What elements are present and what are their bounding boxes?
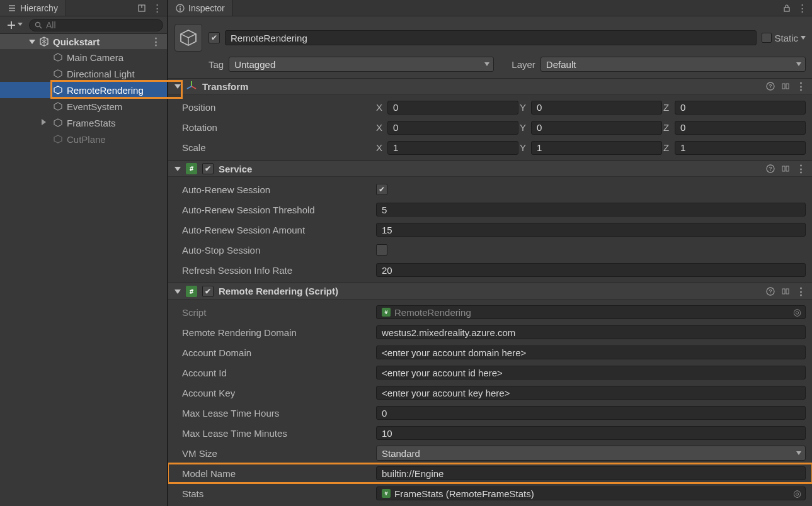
hierarchy-item[interactable]: EventSystem — [0, 98, 167, 115]
expand-icon[interactable] — [40, 119, 47, 125]
foldout-icon[interactable] — [29, 38, 35, 45]
hierarchy-search[interactable] — [29, 19, 163, 31]
position-x-input[interactable] — [387, 101, 518, 115]
preset-icon[interactable] — [781, 164, 790, 173]
preset-icon[interactable] — [781, 287, 790, 296]
domain-input[interactable] — [376, 325, 806, 339]
stats-field[interactable]: # FrameStats (RemoteFrameStats) ◎ — [376, 486, 806, 500]
hierarchy-item-selected[interactable]: RemoteRendering — [0, 82, 167, 98]
svg-rect-43 — [786, 166, 789, 171]
transform-body: Position X Y Z Rotation X Y Z — [168, 95, 812, 160]
gameobject-large-icon[interactable] — [174, 24, 202, 52]
lease-minutes-input[interactable] — [376, 426, 806, 440]
rotation-x-input[interactable] — [387, 121, 518, 135]
gameobject-icon — [53, 134, 63, 144]
scene-header[interactable]: Quickstart ⋮ — [0, 34, 167, 49]
static-checkbox[interactable] — [762, 33, 772, 43]
layer-dropdown[interactable]: Default — [540, 57, 806, 72]
script-icon: # — [382, 308, 391, 317]
svg-marker-31 — [174, 84, 181, 89]
foldout-icon[interactable] — [174, 166, 181, 172]
popout-icon[interactable] — [137, 4, 146, 13]
kebab-icon[interactable]: ⋮ — [152, 3, 162, 14]
foldout-icon[interactable] — [174, 288, 181, 295]
kebab-icon[interactable]: ⋮ — [796, 286, 806, 297]
svg-line-33 — [192, 86, 196, 89]
service-header[interactable]: # Service ? ⋮ — [168, 160, 812, 177]
transform-header[interactable]: Transform ? ⋮ — [168, 78, 812, 95]
account-domain-input[interactable] — [376, 346, 806, 359]
amount-input[interactable] — [376, 223, 806, 237]
rr-enabled-checkbox[interactable] — [202, 286, 214, 297]
hierarchy-item[interactable]: Main Camera — [0, 49, 167, 65]
autostop-checkbox[interactable] — [376, 244, 387, 256]
object-picker-icon[interactable]: ◎ — [793, 488, 801, 499]
hierarchy-item[interactable]: Directional Light — [0, 65, 167, 82]
gameobject-name-input[interactable] — [225, 30, 757, 45]
refresh-input[interactable] — [376, 263, 806, 277]
scale-z-input[interactable] — [675, 141, 806, 155]
layer-label: Layer — [512, 59, 535, 70]
rotation-y-input[interactable] — [531, 121, 662, 135]
lease-hours-input[interactable] — [376, 406, 806, 420]
help-icon[interactable]: ? — [766, 82, 775, 91]
static-label: Static — [774, 33, 798, 43]
hierarchy-item[interactable]: CutPlane — [0, 131, 167, 147]
chevron-down-icon — [796, 451, 801, 456]
preset-icon[interactable] — [781, 82, 790, 91]
hierarchy-item-label: FrameStats — [67, 118, 116, 128]
scale-x-input[interactable] — [387, 141, 518, 155]
vmsize-value: Standard — [382, 448, 420, 459]
scale-y-input[interactable] — [531, 141, 662, 155]
gameobject-enabled-checkbox[interactable] — [209, 32, 220, 43]
account-key-input[interactable] — [376, 386, 806, 400]
scene-menu-icon[interactable]: ⋮ — [151, 36, 161, 47]
hierarchy-item-label: Directional Light — [67, 69, 135, 79]
gameobject-icon — [53, 52, 63, 62]
foldout-icon[interactable] — [174, 83, 181, 89]
help-icon[interactable]: ? — [766, 287, 775, 296]
svg-rect-24 — [180, 8, 181, 11]
vmsize-dropdown[interactable]: Standard — [376, 446, 806, 461]
kebab-icon[interactable]: ⋮ — [796, 81, 806, 92]
model-name-input[interactable] — [376, 466, 806, 480]
inspector-tab[interactable]: Inspector — [168, 0, 233, 16]
script-value: RemoteRendering — [394, 307, 471, 318]
svg-marker-44 — [174, 290, 181, 294]
hierarchy-tab[interactable]: Hierarchy — [0, 0, 66, 16]
create-button[interactable] — [4, 19, 25, 31]
lock-icon[interactable] — [782, 4, 791, 13]
account-key-label: Account Key — [174, 388, 376, 398]
info-icon — [176, 4, 185, 13]
chevron-down-icon[interactable] — [801, 35, 806, 40]
svg-marker-18 — [54, 103, 62, 110]
tag-dropdown[interactable]: Untagged — [229, 57, 494, 72]
service-body: Auto-Renew Session Auto-Renew Session Th… — [168, 177, 812, 283]
svg-point-23 — [180, 6, 181, 7]
position-z-input[interactable] — [675, 101, 806, 115]
gameobject-icon — [53, 118, 63, 128]
gameobject-icon — [53, 101, 63, 111]
svg-text:?: ? — [769, 83, 772, 89]
lease-hours-label: Max Lease Time Hours — [174, 408, 376, 419]
remote-rendering-body: Script # RemoteRendering ◎ Remote Render… — [168, 300, 812, 506]
hierarchy-list[interactable]: Quickstart ⋮ Main Camera Directional Lig… — [0, 34, 167, 506]
auto-renew-checkbox[interactable] — [376, 184, 387, 195]
threshold-input[interactable] — [376, 203, 806, 216]
kebab-icon[interactable]: ⋮ — [796, 163, 806, 174]
tag-value: Untagged — [234, 59, 275, 70]
stats-value: FrameStats (RemoteFrameStats) — [394, 488, 534, 499]
hierarchy-search-input[interactable] — [46, 20, 157, 30]
help-icon[interactable]: ? — [766, 164, 775, 173]
hierarchy-item[interactable]: FrameStats — [0, 115, 167, 131]
position-y-input[interactable] — [531, 101, 662, 115]
kebab-icon[interactable]: ⋮ — [798, 3, 807, 14]
tag-layer-row: Tag Untagged Layer Default — [168, 54, 812, 78]
rotation-z-input[interactable] — [675, 121, 806, 135]
remote-rendering-header[interactable]: # Remote Rendering (Script) ? ⋮ — [168, 283, 812, 300]
service-enabled-checkbox[interactable] — [202, 163, 214, 174]
account-id-input[interactable] — [376, 366, 806, 380]
vmsize-label: VM Size — [174, 448, 376, 459]
object-picker-icon[interactable]: ◎ — [793, 306, 801, 318]
svg-line-9 — [40, 26, 42, 28]
